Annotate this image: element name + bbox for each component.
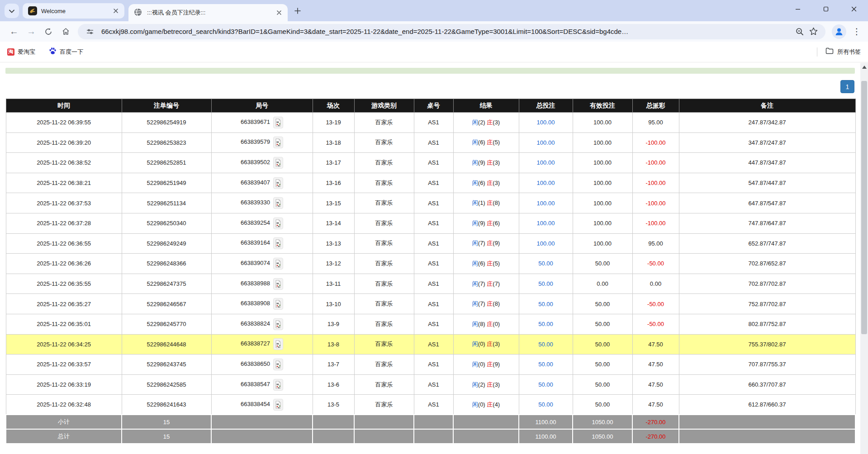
cell-table-no: AS1	[414, 132, 453, 153]
zoom-out-icon[interactable]	[793, 25, 806, 38]
table-row[interactable]: 2025-11-22 06:37:28 522986250340 6638392…	[6, 213, 855, 233]
table-row[interactable]: 2025-11-22 06:32:48 522986241643 6638384…	[6, 395, 855, 415]
cell-remark: 612.87/660.37	[679, 395, 855, 415]
tab-welcome[interactable]: Welcome	[23, 3, 124, 19]
cell-round: 663839330	[211, 193, 313, 213]
site-info-icon[interactable]	[83, 25, 97, 38]
video-record-icon[interactable]	[273, 218, 283, 229]
reload-icon[interactable]	[40, 24, 57, 40]
forward-icon[interactable]: →	[23, 24, 40, 40]
close-window-button[interactable]	[840, 0, 868, 18]
bookmark-aitaobao[interactable]: 淘 爱淘宝	[7, 48, 35, 56]
video-record-icon[interactable]	[273, 258, 283, 270]
cell-time: 2025-11-22 06:39:20	[6, 132, 122, 153]
cell-payout: 47.50	[632, 374, 679, 395]
cell-total-bet: 50.00	[519, 294, 573, 314]
url-text[interactable]: 66cxkj98.com/game/betrecord_search/kind3…	[101, 28, 793, 35]
column-header: 总投注	[519, 99, 573, 113]
table-row[interactable]: 2025-11-22 06:36:55 522986249249 6638391…	[6, 233, 855, 254]
bookmark-star-icon[interactable]	[806, 25, 820, 38]
vertical-scrollbar[interactable]	[860, 63, 868, 454]
cell-time: 2025-11-22 06:33:57	[6, 355, 122, 375]
tab-bet-records[interactable]: :::视讯 会员下注纪录:::	[128, 4, 288, 21]
tab-search-button[interactable]	[5, 4, 19, 18]
video-record-icon[interactable]	[273, 278, 283, 290]
page-content: 1 时间注单编号局号场次游戏类别桌号结果总投注有效投注总派彩备注 2025-11…	[0, 62, 868, 454]
browser-menu-icon[interactable]: ⋮	[850, 26, 863, 37]
video-record-icon[interactable]	[273, 197, 283, 209]
video-record-icon[interactable]	[273, 117, 283, 128]
cell-time: 2025-11-22 06:36:26	[6, 254, 122, 274]
video-record-icon[interactable]	[273, 338, 283, 350]
browser-toolbar: ← → 66cxkj98.com/game/betrecord_search/k…	[0, 21, 868, 42]
cell-total-bet: 100.00	[519, 173, 573, 193]
video-record-icon[interactable]	[273, 177, 283, 189]
table-row[interactable]: 2025-11-22 06:35:55 522986247375 6638389…	[6, 274, 855, 294]
gold-dragon-favicon	[28, 6, 37, 15]
cell-session: 13-19	[313, 113, 354, 133]
cell-round: 663838824	[211, 314, 313, 334]
table-row[interactable]: 2025-11-22 06:35:01 522986245770 6638388…	[6, 314, 855, 334]
cell-game-type: 百家乐	[354, 213, 414, 233]
address-bar[interactable]: 66cxkj98.com/game/betrecord_search/kind3…	[78, 24, 825, 39]
new-tab-button[interactable]	[291, 5, 304, 17]
home-icon[interactable]	[57, 24, 74, 40]
cell-game-type: 百家乐	[354, 274, 414, 294]
cell-bet-id: 522986246567	[122, 294, 211, 314]
all-bookmarks[interactable]: 所有书签	[817, 47, 861, 57]
summary-count: 15	[122, 415, 211, 429]
pagination-page-1[interactable]: 1	[840, 80, 854, 93]
cell-total-bet: 50.00	[519, 374, 573, 395]
scrollbar-thumb[interactable]	[861, 81, 867, 334]
column-header: 场次	[313, 99, 354, 113]
tab-close-icon[interactable]	[112, 7, 120, 15]
summary-payout: -270.00	[632, 415, 679, 429]
tab-close-icon[interactable]	[275, 9, 283, 17]
column-header: 游戏类别	[354, 99, 414, 113]
cell-session: 13-10	[313, 294, 354, 314]
video-record-icon[interactable]	[273, 359, 283, 370]
cell-valid-bet: 50.00	[573, 314, 632, 334]
cell-result: 闲(6) 庄(5)	[453, 254, 519, 274]
cell-session: 13-12	[313, 254, 354, 274]
cell-table-no: AS1	[414, 173, 453, 193]
cell-bet-id: 522986254919	[122, 113, 211, 133]
video-record-icon[interactable]	[273, 298, 283, 310]
minimize-button[interactable]	[784, 0, 812, 18]
table-row[interactable]: 2025-11-22 06:35:27 522986246567 6638389…	[6, 294, 855, 314]
cell-time: 2025-11-22 06:33:19	[6, 374, 122, 395]
table-row[interactable]: 2025-11-22 06:34:25 522986244648 6638387…	[6, 334, 855, 355]
cell-remark: 747.87/647.87	[679, 213, 855, 233]
cell-game-type: 百家乐	[354, 254, 414, 274]
profile-avatar[interactable]	[832, 24, 846, 39]
all-bookmarks-label: 所有书签	[837, 48, 861, 56]
table-row[interactable]: 2025-11-22 06:37:53 522986251134 6638393…	[6, 193, 855, 213]
table-row[interactable]: 2025-11-22 06:39:55 522986254919 6638396…	[6, 113, 855, 133]
video-record-icon[interactable]	[273, 137, 283, 148]
video-record-icon[interactable]	[273, 379, 283, 391]
video-record-icon[interactable]	[273, 399, 283, 411]
cell-valid-bet: 100.00	[573, 132, 632, 153]
cell-table-no: AS1	[414, 374, 453, 395]
summary-count: 15	[122, 429, 211, 444]
cell-game-type: 百家乐	[354, 132, 414, 153]
summary-valid-bet: 1050.00	[573, 415, 632, 429]
cell-result: 闲(2) 庄(3)	[453, 113, 519, 133]
cell-game-type: 百家乐	[354, 395, 414, 415]
maximize-button[interactable]	[812, 0, 840, 18]
back-icon[interactable]: ←	[5, 24, 23, 40]
video-record-icon[interactable]	[273, 237, 283, 249]
bookmark-baidu[interactable]: 百度一下	[49, 47, 83, 57]
cell-result: 闲(7) 庄(7)	[453, 274, 519, 294]
table-row[interactable]: 2025-11-22 06:38:21 522986251949 6638394…	[6, 173, 855, 193]
table-row[interactable]: 2025-11-22 06:36:26 522986248366 6638390…	[6, 254, 855, 274]
scroll-up-arrow-icon[interactable]	[860, 63, 868, 71]
table-row[interactable]: 2025-11-22 06:33:19 522986242585 6638385…	[6, 374, 855, 395]
table-row[interactable]: 2025-11-22 06:38:52 522986252851 6638395…	[6, 153, 855, 173]
video-record-icon[interactable]	[273, 318, 283, 330]
cell-bet-id: 522986244648	[122, 334, 211, 355]
table-row[interactable]: 2025-11-22 06:39:20 522986253823 6638395…	[6, 132, 855, 153]
cell-round: 663839164	[211, 233, 313, 254]
table-row[interactable]: 2025-11-22 06:33:57 522986243745 6638386…	[6, 355, 855, 375]
video-record-icon[interactable]	[273, 157, 283, 169]
